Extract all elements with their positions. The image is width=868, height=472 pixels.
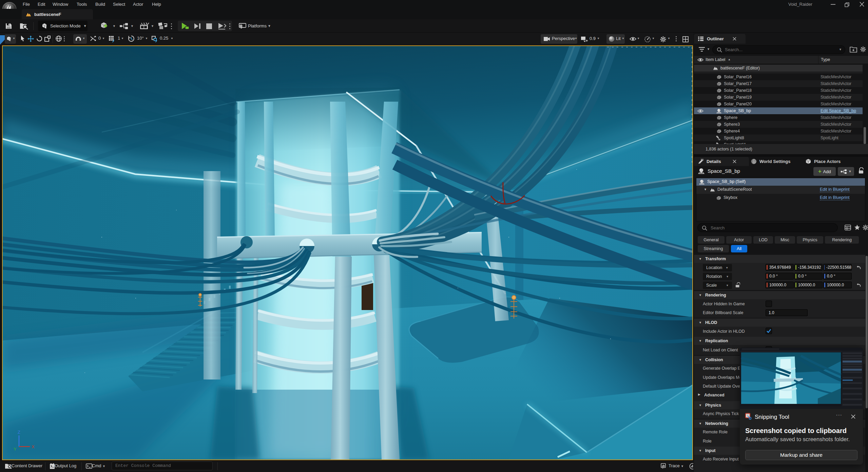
svg-text:Z: Z: [18, 430, 20, 435]
svg-text:Y: Y: [14, 447, 17, 452]
svg-text:X: X: [32, 444, 35, 449]
